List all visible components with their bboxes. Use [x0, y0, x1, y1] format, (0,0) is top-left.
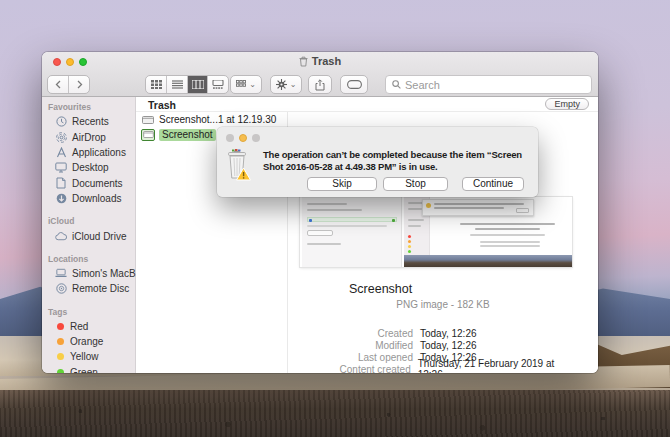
skip-button[interactable]: Skip — [307, 177, 377, 191]
wallpaper-shrubs — [0, 400, 670, 437]
column-view-button[interactable] — [187, 76, 208, 93]
gallery-view-button[interactable] — [207, 76, 228, 93]
share-button[interactable] — [308, 75, 332, 94]
sidebar-item-airdrop[interactable]: AirDrop — [42, 129, 135, 144]
thumb-warning-icon — [426, 203, 431, 208]
chevron-down-icon: ⌄ — [290, 80, 297, 89]
desktop-icon — [55, 162, 67, 174]
sidebar-item-label: Remote Disc — [72, 283, 129, 294]
red-tag-icon — [57, 323, 64, 330]
dialog-close-button — [226, 134, 234, 142]
metadata-value: Today, 12:26 — [420, 328, 477, 339]
sidebar-item-label: Yellow — [70, 351, 99, 362]
share-icon — [315, 79, 325, 91]
dialog-message: The operation can’t be completed because… — [263, 149, 543, 173]
sidebar-item-applications[interactable]: Applications — [42, 145, 135, 160]
sidebar-item-icloud-drive[interactable]: iCloud Drive — [42, 228, 135, 243]
orange-tag-icon — [57, 338, 64, 345]
metadata-label: Last opened — [235, 352, 420, 363]
search-icon — [392, 80, 401, 89]
alert-dialog: The operation can’t be completed because… — [217, 127, 538, 197]
sidebar-item-label: Simon's MacB... — [72, 268, 144, 279]
metadata-value: Today, 12:26 — [420, 340, 477, 351]
dialog-minimize-button[interactable] — [239, 134, 247, 142]
content-header: Trash Empty — [136, 97, 598, 112]
recents-icon — [55, 116, 67, 128]
list-view-icon — [172, 80, 183, 89]
window-title-text: Trash — [312, 55, 341, 67]
sidebar-item-label: iCloud Drive — [72, 231, 126, 242]
applications-icon — [55, 146, 67, 158]
downloads-icon — [55, 193, 67, 205]
thumb-app-row — [307, 217, 397, 222]
continue-button[interactable]: Continue — [462, 177, 524, 191]
search-field[interactable] — [385, 75, 592, 94]
preview-filename: Screenshot — [349, 282, 412, 296]
sidebar: Favourites Recents AirDrop Applications … — [42, 97, 136, 373]
thumb-info-panel — [302, 197, 402, 267]
metadata-label: Content created — [235, 364, 418, 374]
sidebar-item-tag-orange[interactable]: Orange — [42, 334, 135, 349]
sidebar-item-desktop[interactable]: Desktop — [42, 160, 135, 175]
thumb-ok-button — [516, 208, 529, 213]
sidebar-item-tag-yellow[interactable]: Yellow — [42, 349, 135, 364]
group-dropdown[interactable]: ⌄ — [230, 75, 262, 94]
sidebar-item-downloads[interactable]: Downloads — [42, 191, 135, 206]
file-row[interactable]: Screenshot...1 at 12.19.30 — [136, 112, 287, 127]
back-button[interactable] — [48, 76, 68, 93]
sidebar-item-label: Desktop — [72, 162, 109, 173]
sidebar-item-tag-red[interactable]: Red — [42, 319, 135, 334]
sidebar-section-favourites: Favourites — [42, 100, 135, 114]
trash-warning-icon — [224, 148, 252, 186]
yellow-tag-icon — [57, 353, 64, 360]
metadata-label: Created — [235, 328, 420, 339]
forward-button[interactable] — [68, 76, 89, 93]
macbook-icon — [55, 267, 67, 279]
icon-view-icon — [151, 80, 162, 89]
gear-icon — [276, 79, 287, 90]
metadata-row-created: Created Today, 12:26 — [235, 327, 580, 339]
sidebar-item-documents[interactable]: Documents — [42, 176, 135, 191]
tag-button[interactable] — [340, 75, 368, 94]
sidebar-item-label: Downloads — [72, 193, 121, 204]
trash-proxy-icon — [299, 56, 308, 67]
thumb-wallpaper-strip — [404, 255, 572, 267]
sidebar-item-macbook[interactable]: Simon's MacB... — [42, 266, 135, 281]
sidebar-item-label: Recents — [72, 116, 109, 127]
list-view-button[interactable] — [166, 76, 187, 93]
tag-icon — [347, 80, 362, 89]
empty-trash-button[interactable]: Empty — [545, 98, 589, 110]
preview-kind-size: PNG image - 182 KB — [300, 299, 586, 310]
sidebar-item-label: Red — [70, 321, 88, 332]
disc-icon — [55, 283, 67, 295]
sidebar-item-remote-disc[interactable]: Remote Disc — [42, 281, 135, 296]
file-name: Screenshot — [159, 129, 216, 141]
sidebar-item-tag-green[interactable]: Green — [42, 365, 135, 373]
action-dropdown[interactable]: ⌄ — [270, 75, 302, 94]
green-tag-icon — [57, 369, 64, 373]
sidebar-section-locations: Locations — [42, 252, 135, 266]
icon-view-button[interactable] — [146, 76, 166, 93]
metadata-row-content-created: Content created Thursday, 21 February 20… — [235, 363, 580, 373]
thumb-mini-dialog — [422, 199, 534, 216]
sidebar-section-tags: Tags — [42, 305, 135, 319]
airdrop-icon — [55, 131, 67, 143]
metadata-row-modified: Modified Today, 12:26 — [235, 339, 580, 351]
sidebar-item-label: AirDrop — [72, 132, 106, 143]
window-title: Trash — [42, 55, 598, 67]
stop-button[interactable]: Stop — [383, 177, 448, 191]
column-view-icon — [192, 80, 204, 89]
preview-metadata: Created Today, 12:26 Modified Today, 12:… — [235, 327, 580, 373]
sidebar-item-label: Green — [70, 367, 98, 373]
content-title: Trash — [148, 99, 176, 111]
search-input[interactable] — [405, 79, 585, 91]
preview-thumbnail — [300, 197, 572, 267]
metadata-label: Modified — [235, 340, 420, 351]
gallery-view-icon — [212, 80, 224, 89]
sidebar-item-label: Applications — [72, 147, 126, 158]
sidebar-item-recents[interactable]: Recents — [42, 114, 135, 129]
screenshot-file-icon — [141, 129, 155, 141]
finder-window: Trash — [42, 52, 598, 373]
chevron-down-icon: ⌄ — [249, 80, 256, 89]
group-icon — [236, 80, 246, 89]
